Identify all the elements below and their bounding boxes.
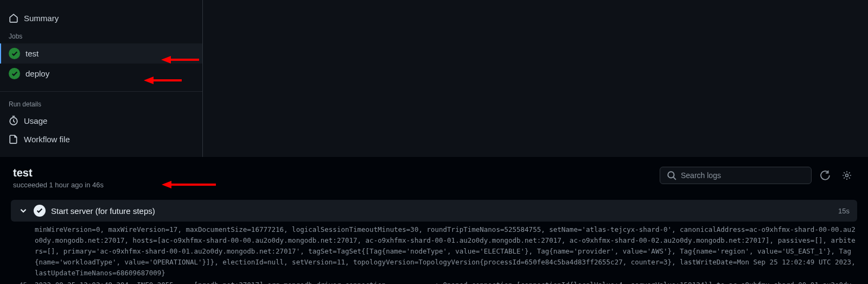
svg-point-2 xyxy=(846,174,848,177)
log-line-text: 2023-09-25 12:02:49.204 INFO 2055 --- [n… xyxy=(35,280,857,284)
sidebar: Summary Jobs test deploy Run details Usa… xyxy=(0,0,203,157)
step-success-icon xyxy=(34,205,46,217)
sync-icon xyxy=(820,171,830,180)
sidebar-summary[interactable]: Summary xyxy=(0,9,202,27)
page-subtitle: succeeded 1 hour ago in 46s xyxy=(13,181,104,189)
sidebar-summary-label: Summary xyxy=(24,14,59,23)
step-title: Start server (for future steps) xyxy=(51,206,155,216)
sidebar-job-label: test xyxy=(25,49,39,58)
stopwatch-icon xyxy=(9,116,18,125)
sidebar-usage-label: Usage xyxy=(24,116,47,125)
success-icon xyxy=(9,48,20,59)
sidebar-job-test[interactable]: test xyxy=(0,43,202,64)
home-icon xyxy=(9,13,18,23)
log-line-number: 45 xyxy=(11,280,35,284)
log-output[interactable]: minWireVersion=0, maxWireVersion=17, max… xyxy=(0,222,868,284)
svg-point-1 xyxy=(668,172,674,178)
main-panel: test succeeded 1 hour ago in 46s xyxy=(0,157,868,284)
gear-icon xyxy=(842,171,852,180)
search-icon xyxy=(667,171,676,180)
log-line[interactable]: minWireVersion=0, maxWireVersion=17, max… xyxy=(11,224,857,279)
log-line-text: minWireVersion=0, maxWireVersion=17, max… xyxy=(35,224,857,279)
jobs-heading: Jobs xyxy=(0,27,202,43)
rundetails-heading: Run details xyxy=(0,91,202,111)
log-line[interactable]: 452023-09-25 12:02:49.204 INFO 2055 --- … xyxy=(11,279,857,284)
sidebar-workflow-label: Workflow file xyxy=(24,135,70,144)
search-input[interactable] xyxy=(681,171,805,180)
sidebar-job-label: deploy xyxy=(25,69,49,78)
page-title: test xyxy=(13,167,104,179)
sidebar-usage[interactable]: Usage xyxy=(0,111,202,130)
step-header[interactable]: Start server (for future steps) 15s xyxy=(11,200,857,222)
file-icon xyxy=(9,134,18,144)
chevron-down-icon xyxy=(18,206,28,216)
sidebar-workflow-file[interactable]: Workflow file xyxy=(0,130,202,148)
sidebar-job-deploy[interactable]: deploy xyxy=(0,64,202,84)
success-icon xyxy=(9,68,20,79)
step-duration: 15s xyxy=(838,207,850,215)
refresh-button[interactable] xyxy=(817,167,833,184)
main-header: test succeeded 1 hour ago in 46s xyxy=(0,157,868,194)
search-field[interactable] xyxy=(660,167,812,184)
settings-button[interactable] xyxy=(839,167,855,184)
